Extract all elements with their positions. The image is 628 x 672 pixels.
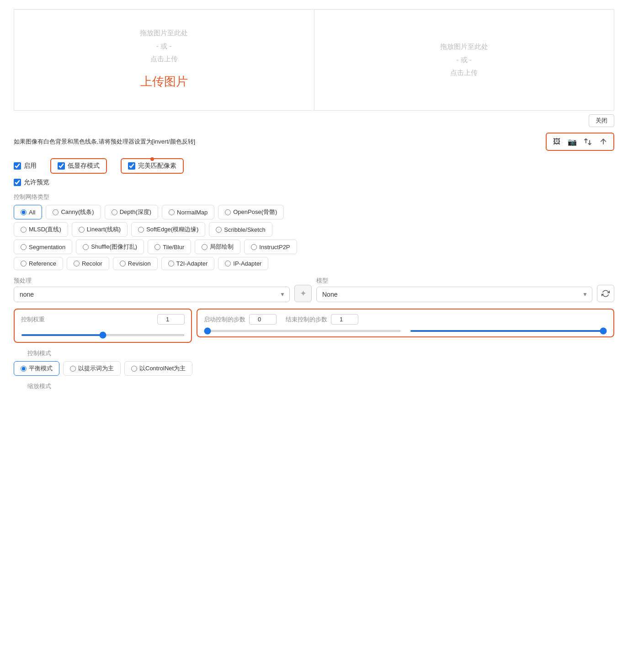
- radio-local[interactable]: 局部绘制: [195, 240, 240, 254]
- low-memory-label: 低显存模式: [68, 162, 100, 170]
- upload-panel-left[interactable]: 拖放图片至此处 - 或 - 点击上传 上传图片: [14, 10, 314, 110]
- enable-label: 启用: [24, 162, 37, 170]
- radio-prompt[interactable]: 以提示词为主: [63, 361, 121, 376]
- start-steps-input[interactable]: [249, 314, 277, 325]
- enable-checkbox[interactable]: 启用: [14, 162, 37, 170]
- perfect-pixel-label: 完美匹配像素: [138, 162, 176, 170]
- radio-controlnet-input[interactable]: [131, 366, 137, 372]
- radio-local-input[interactable]: [202, 244, 208, 250]
- radio-scribble-input[interactable]: [216, 227, 222, 233]
- radio-mlsd-input[interactable]: [21, 227, 27, 233]
- radio-all-label: All: [29, 209, 35, 216]
- zoom-mode-label: 缩放模式: [27, 382, 601, 390]
- radio-depth[interactable]: Depth(深度): [105, 205, 158, 219]
- radio-shuffle[interactable]: Shuffle(图像打乱): [76, 240, 144, 254]
- radio-tile-input[interactable]: [154, 244, 160, 250]
- options-row: 启用 低显存模式 完美匹配像素: [14, 158, 614, 174]
- camera-icon[interactable]: 📷: [566, 135, 579, 148]
- radio-scribble[interactable]: Scribble/Sketch: [209, 222, 272, 237]
- radio-segmentation-label: Segmentation: [29, 244, 65, 251]
- allow-preview-checkbox[interactable]: 允许预览: [14, 178, 49, 187]
- refresh-button[interactable]: [597, 285, 614, 302]
- radio-softedge-input[interactable]: [138, 227, 144, 233]
- network-type-row2: MLSD(直线) Lineart(线稿) SoftEdge(模糊边缘) Scri…: [14, 222, 614, 237]
- radio-instructp2p-input[interactable]: [251, 244, 257, 250]
- model-select[interactable]: None: [316, 287, 592, 302]
- start-steps-slider[interactable]: [204, 330, 401, 332]
- radio-revision-input[interactable]: [120, 261, 126, 267]
- radio-openpose-input[interactable]: [225, 209, 231, 215]
- radio-shuffle-input[interactable]: [83, 244, 89, 250]
- radio-instructp2p-label: InstructP2P: [259, 244, 290, 251]
- end-steps-slider[interactable]: [410, 330, 607, 332]
- perfect-pixel-checkbox[interactable]: 完美匹配像素: [128, 162, 176, 170]
- network-type-row3: Segmentation Shuffle(图像打乱) Tile/Blur 局部绘…: [14, 240, 614, 254]
- weight-value-input[interactable]: [157, 314, 185, 325]
- swap-icon[interactable]: [581, 135, 594, 148]
- radio-tile[interactable]: Tile/Blur: [148, 240, 191, 254]
- radio-ip[interactable]: IP-Adapter: [218, 257, 268, 270]
- radio-reference-label: Reference: [29, 260, 56, 267]
- low-memory-checkbox[interactable]: 低显存模式: [58, 162, 100, 170]
- radio-normalmap[interactable]: NormalMap: [162, 205, 214, 219]
- allow-preview-checkbox-input[interactable]: [14, 179, 21, 186]
- image-icon[interactable]: 🖼: [550, 135, 563, 148]
- radio-canny-label: Canny(线条): [61, 208, 94, 216]
- radio-all-input[interactable]: [21, 209, 27, 215]
- star-button[interactable]: ✦: [294, 285, 312, 302]
- radio-prompt-input[interactable]: [70, 366, 76, 372]
- radio-local-label: 局部绘制: [210, 243, 234, 251]
- close-button[interactable]: 关闭: [589, 114, 614, 127]
- radio-recolor-input[interactable]: [74, 261, 80, 267]
- upload-icon[interactable]: [597, 135, 610, 148]
- radio-instructp2p[interactable]: InstructP2P: [244, 240, 297, 254]
- control-mode-row: 平衡模式 以提示词为主 以ControlNet为主: [14, 361, 614, 376]
- perfect-pixel-checkbox-input[interactable]: [128, 162, 135, 170]
- radio-depth-input[interactable]: [112, 209, 117, 215]
- radio-lineart-label: Lineart(线稿): [87, 225, 121, 234]
- radio-balance-label: 平衡模式: [29, 364, 53, 373]
- preprocessor-select[interactable]: none: [14, 287, 290, 302]
- main-container: 拖放图片至此处 - 或 - 点击上传 上传图片 拖放图片至此处 - 或 - 点击…: [0, 9, 628, 390]
- radio-reference-input[interactable]: [21, 261, 27, 267]
- radio-canny[interactable]: Canny(线条): [46, 205, 101, 219]
- radio-segmentation[interactable]: Segmentation: [14, 240, 72, 254]
- radio-lineart-input[interactable]: [79, 227, 85, 233]
- start-steps-group: 启动控制的步数: [204, 314, 277, 325]
- radio-softedge[interactable]: SoftEdge(模糊边缘): [131, 222, 205, 237]
- radio-lineart[interactable]: Lineart(线稿): [72, 222, 128, 237]
- network-type-row1: All Canny(线条) Depth(深度) NormalMap OpenPo…: [14, 205, 614, 219]
- premodel-container: 预处理 none ▼ ✦ 模型 None ▼: [14, 277, 614, 302]
- low-memory-checkbox-input[interactable]: [58, 162, 65, 170]
- upload-panel-right[interactable]: 拖放图片至此处 - 或 - 点击上传: [314, 10, 614, 110]
- weight-slider[interactable]: [21, 334, 185, 336]
- upload-button-label[interactable]: 上传图片: [140, 69, 188, 93]
- control-mode-label: 控制模式: [27, 349, 601, 357]
- radio-recolor[interactable]: Recolor: [67, 257, 109, 270]
- upload-hint-left: 拖放图片至此处 - 或 - 点击上传: [140, 27, 188, 66]
- radio-balance[interactable]: 平衡模式: [14, 361, 59, 376]
- radio-normalmap-input[interactable]: [169, 209, 175, 215]
- radio-reference[interactable]: Reference: [14, 257, 63, 270]
- radio-all[interactable]: All: [14, 205, 42, 219]
- radio-canny-input[interactable]: [53, 209, 59, 215]
- radio-openpose[interactable]: OpenPose(骨骼): [218, 205, 284, 219]
- enable-checkbox-input[interactable]: [14, 162, 21, 170]
- start-steps-label: 启动控制的步数: [204, 315, 245, 324]
- close-btn-row: 关闭: [14, 114, 614, 127]
- radio-ip-input[interactable]: [225, 261, 231, 267]
- radio-revision[interactable]: Revision: [113, 257, 158, 270]
- radio-softedge-label: SoftEdge(模糊边缘): [146, 225, 198, 234]
- radio-tile-label: Tile/Blur: [163, 244, 184, 251]
- radio-t2i-input[interactable]: [168, 261, 174, 267]
- radio-mlsd[interactable]: MLSD(直线): [14, 222, 68, 237]
- radio-prompt-label: 以提示词为主: [78, 364, 114, 373]
- radio-segmentation-input[interactable]: [21, 244, 27, 250]
- preprocessor-label: 预处理: [14, 277, 290, 285]
- radio-balance-input[interactable]: [21, 366, 27, 372]
- end-steps-input[interactable]: [331, 314, 358, 325]
- radio-controlnet[interactable]: 以ControlNet为主: [124, 361, 192, 376]
- radio-t2i[interactable]: T2I-Adapter: [161, 257, 215, 270]
- model-label: 模型: [316, 277, 592, 285]
- weight-slider-group: 控制权重: [14, 309, 192, 343]
